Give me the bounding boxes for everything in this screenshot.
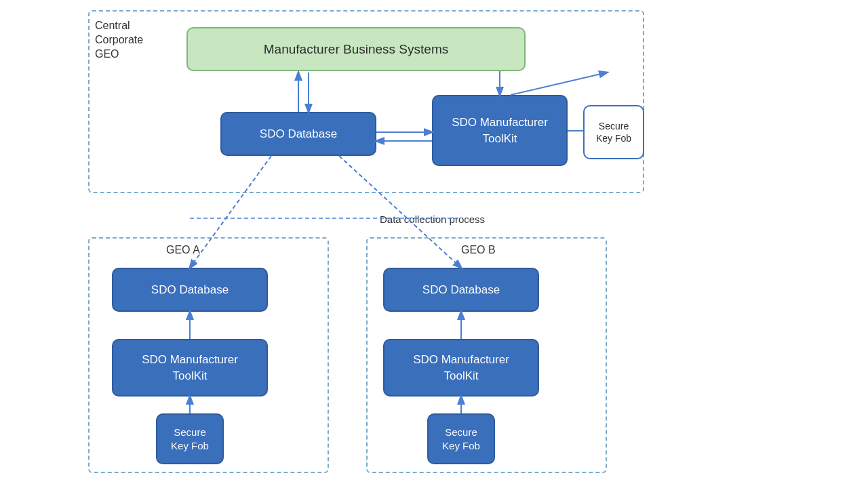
secure-key-fob-a-box: Secure Key Fob xyxy=(156,413,224,464)
central-geo-label: CentralCorporateGEO xyxy=(95,19,143,61)
geo-a-label: GEO A xyxy=(166,244,200,256)
secure-key-fob-central-box: Secure Key Fob xyxy=(583,105,644,159)
sdo-mfg-toolkit-b-box: SDO Manufacturer ToolKit xyxy=(383,339,539,396)
sdo-mfg-toolkit-a-box: SDO Manufacturer ToolKit xyxy=(112,339,268,396)
sdo-db-central-box: SDO Database xyxy=(220,112,376,156)
diagram-container: CentralCorporateGEO GEO A GEO B Manufact… xyxy=(75,7,793,481)
data-collection-label: Data collection process xyxy=(380,214,485,225)
sdo-db-b-box: SDO Database xyxy=(383,268,539,312)
sdo-db-a-box: SDO Database xyxy=(112,268,268,312)
manufacturer-biz-box: Manufacturer Business Systems xyxy=(186,27,526,71)
geo-b-label: GEO B xyxy=(461,244,496,256)
secure-key-fob-b-box: Secure Key Fob xyxy=(427,413,495,464)
sdo-mfg-toolkit-central-box: SDO Manufacturer ToolKit xyxy=(432,95,568,166)
